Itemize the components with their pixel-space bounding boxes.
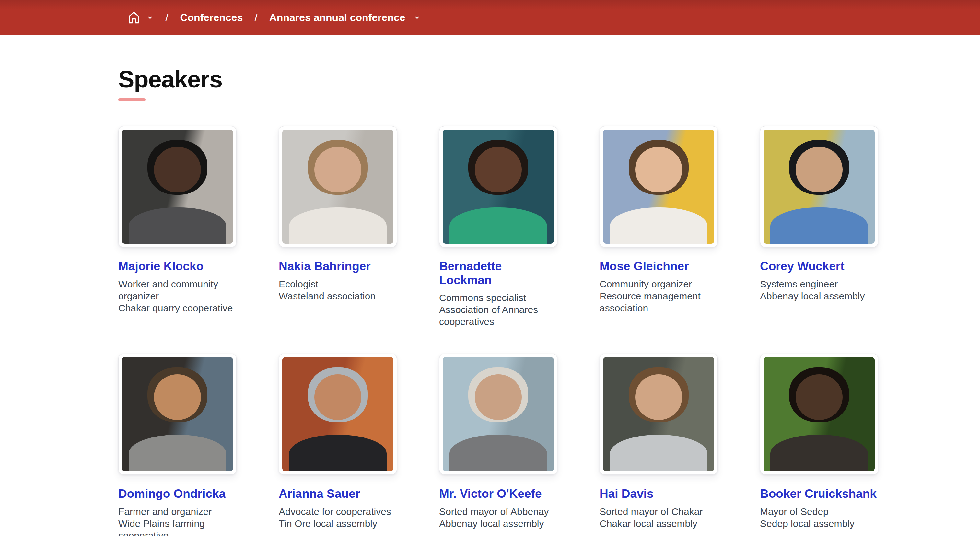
portrait-torso-shape	[129, 435, 226, 471]
speaker-photo	[603, 357, 714, 471]
speaker-photo	[443, 357, 554, 471]
speaker-name-link[interactable]: Hai Davis	[600, 487, 654, 501]
speaker-description: Ecologist Wasteland association	[279, 278, 397, 302]
speaker-name-link[interactable]: Domingo Ondricka	[118, 487, 226, 501]
speaker-role: Commons specialist	[439, 292, 557, 304]
breadcrumb-current-conference-link[interactable]: Annares annual conference	[269, 12, 406, 24]
speaker-name-link[interactable]: Arianna Sauer	[279, 487, 360, 501]
portrait-head-shape	[475, 147, 522, 192]
portrait-torso-shape	[129, 207, 226, 244]
speaker-photo-link[interactable]	[439, 126, 557, 247]
speaker-photo-link[interactable]	[600, 126, 718, 247]
portrait-head-shape	[635, 374, 682, 420]
portrait-torso-shape	[450, 207, 547, 244]
speaker-description: Sorted mayor of Abbenay Abbenay local as…	[439, 506, 557, 530]
speaker-role: Farmer and organizer	[118, 506, 237, 517]
speaker-photo-link[interactable]	[600, 353, 718, 475]
speaker-role: Community organizer	[600, 278, 718, 290]
speaker-description: Systems engineer Abbenay local assembly	[760, 278, 878, 302]
speaker-card: Booker Cruickshank Mayor of Sedep Sedep …	[760, 353, 878, 536]
speaker-name-link[interactable]: Mr. Victor O'Keefe	[439, 487, 542, 501]
portrait-head-shape	[154, 374, 200, 420]
speaker-photo-link[interactable]	[279, 353, 397, 475]
speaker-organization: Tin Ore local assembly	[279, 517, 397, 530]
speaker-card: Nakia Bahringer Ecologist Wasteland asso…	[279, 126, 397, 328]
speaker-card: Hai Davis Sorted mayor of Chakar Chakar …	[600, 353, 718, 536]
portrait-torso-shape	[289, 435, 387, 471]
breadcrumb-home-link[interactable]	[126, 10, 154, 25]
portrait-head-shape	[314, 147, 361, 192]
speaker-photo	[764, 357, 875, 471]
speaker-description: Sorted mayor of Chakar Chakar local asse…	[600, 506, 718, 530]
speaker-role: Worker and community organizer	[118, 278, 237, 302]
speaker-photo-link[interactable]	[439, 353, 557, 475]
speaker-card: Mr. Victor O'Keefe Sorted mayor of Abben…	[439, 353, 557, 536]
breadcrumb-conferences-link[interactable]: Conferences	[180, 12, 243, 24]
portrait-head-shape	[314, 374, 361, 420]
speaker-role: Mayor of Sedep	[760, 506, 878, 517]
speaker-photo-link[interactable]	[760, 126, 878, 247]
title-accent-bar	[118, 98, 145, 102]
speaker-photo-link[interactable]	[118, 353, 237, 475]
speaker-organization: Wasteland association	[279, 290, 397, 302]
portrait-head-shape	[795, 374, 842, 420]
home-icon	[126, 10, 141, 25]
speaker-organization: Chakar local assembly	[600, 517, 718, 530]
speaker-organization: Sedep local assembly	[760, 517, 878, 530]
portrait-torso-shape	[610, 435, 708, 471]
portrait-head-shape	[795, 147, 842, 192]
speaker-photo	[603, 130, 714, 244]
speaker-organization: Wide Plains farming cooperative	[118, 517, 237, 536]
page-title: Speakers	[118, 66, 980, 92]
speaker-role: Systems engineer	[760, 278, 878, 290]
speaker-photo	[282, 130, 393, 244]
portrait-torso-shape	[610, 207, 708, 244]
portrait-torso-shape	[770, 435, 868, 471]
speaker-description: Advocate for cooperatives Tin Ore local …	[279, 506, 397, 530]
chevron-down-icon[interactable]	[146, 14, 154, 21]
portrait-torso-shape	[289, 207, 387, 244]
speaker-description: Mayor of Sedep Sedep local assembly	[760, 506, 878, 530]
speaker-organization: Abbenay local assembly	[439, 517, 557, 530]
speaker-photo	[122, 130, 233, 244]
speaker-name-link[interactable]: Mose Gleichner	[600, 259, 689, 274]
speaker-card: Mose Gleichner Community organizer Resou…	[600, 126, 718, 328]
speaker-organization: Chakar quarry cooperative	[118, 302, 237, 314]
breadcrumb: / Conferences / Annares annual conferenc…	[126, 10, 421, 25]
speaker-description: Commons specialist Association of Annare…	[439, 292, 557, 328]
speaker-photo-link[interactable]	[118, 126, 237, 247]
chevron-down-icon	[414, 14, 421, 21]
speaker-card: Bernadette Lockman Commons specialist As…	[439, 126, 557, 328]
speaker-description: Community organizer Resource management …	[600, 278, 718, 314]
top-navigation-bar: / Conferences / Annares annual conferenc…	[0, 0, 980, 35]
speaker-photo-link[interactable]	[760, 353, 878, 475]
speaker-card: Corey Wuckert Systems engineer Abbenay l…	[760, 126, 878, 328]
speaker-name-link[interactable]: Booker Cruickshank	[760, 487, 877, 501]
speaker-description: Farmer and organizer Wide Plains farming…	[118, 506, 237, 536]
speaker-card: Majorie Klocko Worker and community orga…	[118, 126, 237, 328]
speaker-organization: Association of Annares cooperatives	[439, 304, 557, 328]
speaker-card: Arianna Sauer Advocate for cooperatives …	[279, 353, 397, 536]
breadcrumb-separator: /	[255, 11, 257, 24]
speaker-photo	[764, 130, 875, 244]
speaker-photo	[282, 357, 393, 471]
portrait-head-shape	[475, 374, 522, 420]
speaker-name-link[interactable]: Majorie Klocko	[118, 259, 204, 274]
speaker-name-link[interactable]: Bernadette Lockman	[439, 259, 557, 287]
portrait-torso-shape	[450, 435, 547, 471]
speaker-name-link[interactable]: Corey Wuckert	[760, 259, 844, 274]
portrait-head-shape	[635, 147, 682, 192]
speakers-page: Speakers Majorie Klocko Worker and commu…	[0, 66, 980, 536]
speakers-grid: Majorie Klocko Worker and community orga…	[118, 126, 878, 536]
speaker-name-link[interactable]: Nakia Bahringer	[279, 259, 371, 274]
conference-dropdown-toggle[interactable]	[414, 14, 421, 21]
speaker-card: Domingo Ondricka Farmer and organizer Wi…	[118, 353, 237, 536]
breadcrumb-separator: /	[165, 11, 168, 24]
speaker-role: Sorted mayor of Abbenay	[439, 506, 557, 517]
speaker-photo	[443, 130, 554, 244]
speaker-organization: Resource management association	[600, 290, 718, 314]
speaker-photo-link[interactable]	[279, 126, 397, 247]
speaker-role: Advocate for cooperatives	[279, 506, 397, 517]
speaker-photo	[122, 357, 233, 471]
portrait-head-shape	[154, 147, 200, 192]
